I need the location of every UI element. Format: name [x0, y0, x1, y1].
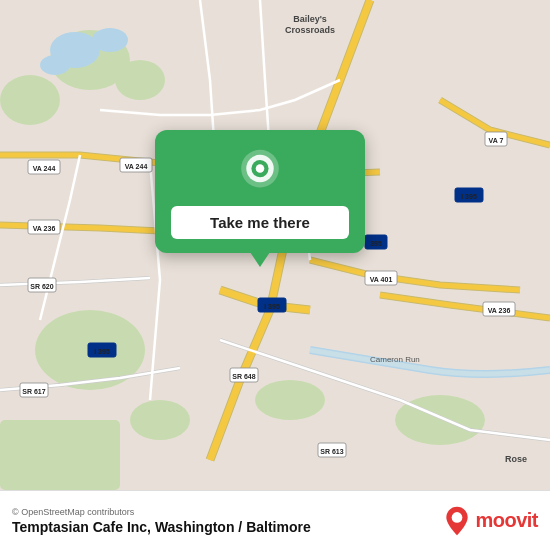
take-me-there-button[interactable]: Take me there: [171, 206, 349, 239]
svg-point-8: [115, 60, 165, 100]
svg-text:Cameron Run: Cameron Run: [370, 355, 420, 364]
svg-point-3: [255, 380, 325, 420]
svg-text:I 395: I 395: [264, 303, 280, 310]
svg-text:VA 236: VA 236: [33, 225, 56, 232]
svg-text:SR 620: SR 620: [30, 283, 53, 290]
svg-point-49: [256, 164, 265, 173]
svg-text:SR 617: SR 617: [22, 388, 45, 395]
svg-text:Crossroads: Crossroads: [285, 25, 335, 35]
svg-text:395: 395: [370, 240, 382, 247]
svg-text:VA 244: VA 244: [33, 165, 56, 172]
svg-text:SR 613: SR 613: [320, 448, 343, 455]
svg-text:VA 401: VA 401: [370, 276, 393, 283]
moovit-pin-icon: [443, 505, 471, 537]
place-name: Temptasian Cafe Inc, Washington / Baltim…: [12, 519, 311, 535]
svg-text:I 395: I 395: [94, 348, 110, 355]
svg-point-50: [452, 512, 463, 523]
moovit-brand-text: moovit: [475, 509, 538, 532]
copyright-text: © OpenStreetMap contributors: [12, 507, 311, 517]
svg-text:I 395: I 395: [461, 193, 477, 200]
svg-text:VA 244: VA 244: [125, 163, 148, 170]
svg-point-10: [92, 28, 128, 52]
bottom-left-info: © OpenStreetMap contributors Temptasian …: [12, 507, 311, 535]
svg-text:SR 648: SR 648: [232, 373, 255, 380]
svg-point-6: [0, 75, 60, 125]
svg-text:VA 7: VA 7: [489, 137, 504, 144]
svg-point-2: [130, 400, 190, 440]
popup-card: Take me there: [155, 130, 365, 253]
svg-point-11: [40, 55, 70, 75]
svg-text:Bailey's: Bailey's: [293, 14, 327, 24]
svg-text:Rose: Rose: [505, 454, 527, 464]
location-pin-icon: [236, 148, 284, 196]
moovit-logo: moovit: [443, 505, 538, 537]
svg-rect-4: [0, 420, 120, 490]
bottom-bar: © OpenStreetMap contributors Temptasian …: [0, 490, 550, 550]
svg-text:VA 236: VA 236: [488, 307, 511, 314]
map-container: 395 395 I 395 I 395 I 395 VA 244 VA 244 …: [0, 0, 550, 490]
